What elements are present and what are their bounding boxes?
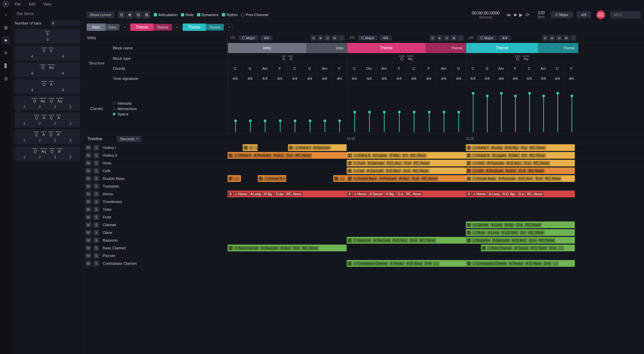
toggle-role[interactable]: Role	[181, 13, 194, 17]
tool-icon-1[interactable]: ▥	[118, 11, 125, 18]
track-name[interactable]: Viola	[103, 161, 146, 165]
mute-button[interactable]: M	[85, 214, 91, 220]
chord-cell[interactable]: Am	[494, 63, 508, 73]
add-block-button[interactable]: +	[121, 24, 128, 31]
track-name[interactable]: Tuba	[103, 207, 146, 211]
curve-point[interactable]	[317, 84, 332, 134]
curve-point[interactable]	[347, 84, 362, 134]
curve-point[interactable]	[258, 84, 273, 134]
solo-button[interactable]: S	[93, 199, 99, 204]
timesig-dropdown[interactable]: 4/4	[577, 11, 591, 18]
mute-button[interactable]: M	[85, 253, 91, 258]
track-lane[interactable]: 1♫…1♫ Violins IA Spiccato3♫ Violins IA L…	[228, 144, 644, 151]
legend-space[interactable]: Space	[113, 112, 137, 116]
stop-icon[interactable]: ■	[514, 12, 516, 17]
clip[interactable]: 2♫ Bass ClarinetA StaccatoR Acc.D pRC. N…	[228, 245, 347, 251]
timesig-cell[interactable]: 4/4	[436, 73, 451, 83]
menu-view[interactable]: View	[43, 2, 51, 6]
curve-point[interactable]	[523, 84, 537, 134]
add-block-button[interactable]: +	[226, 24, 233, 31]
track-lane[interactable]	[228, 183, 644, 190]
clip[interactable]: 4♫ ClarinetA LongR Bg.D pRC. None	[466, 221, 575, 228]
tool-icon-4[interactable]: ▦	[143, 11, 150, 18]
app-logo[interactable]	[3, 1, 9, 7]
curve-point[interactable]	[377, 84, 392, 134]
timesig-cell[interactable]: 4/4	[347, 73, 361, 83]
key-dropdown[interactable]: C Major	[551, 11, 573, 18]
chord-cell[interactable]: F	[391, 63, 406, 73]
mute-button[interactable]: M	[85, 222, 91, 227]
curve-point[interactable]	[466, 84, 480, 134]
section-key-dropdown[interactable]: C Major	[358, 35, 378, 41]
piano-icon[interactable]: ▥	[2, 74, 10, 83]
solo-button[interactable]: S	[93, 253, 99, 258]
bar-item-card[interactable]: QAQA2222	[15, 113, 80, 128]
block-name-cell[interactable]: ThemeTheme	[466, 43, 578, 53]
timesig-cell[interactable]: 4/4	[550, 73, 564, 83]
timesig-cell[interactable]: 4/4	[564, 73, 578, 83]
solo-button[interactable]: S	[93, 230, 99, 235]
chord-cell[interactable]: C	[466, 63, 480, 73]
mute-button[interactable]: M	[85, 238, 91, 243]
track-lane[interactable]: 3♫ HornsA LongR Bg.D ppRC. None3♫ HornsA…	[228, 190, 644, 198]
chart-icon[interactable]: ▊	[2, 62, 10, 70]
curve-point[interactable]	[332, 84, 347, 134]
menu-edit[interactable]: Edit	[29, 2, 35, 6]
sh-icon[interactable]: ▤	[556, 35, 562, 41]
track-name[interactable]: Violins I	[103, 146, 146, 150]
chord-cell[interactable]: Am	[257, 63, 272, 73]
curve-point[interactable]	[392, 84, 406, 134]
curve-point[interactable]	[550, 84, 564, 134]
clip[interactable]: 1♫ Violins IIA LegatoR Mel.D fRC. None	[466, 152, 575, 159]
clip[interactable]: 2♫ ViolaA SpiccatoR D. Acc.D mRC. None	[347, 160, 466, 166]
timesig-cell[interactable]: 4/4	[451, 73, 466, 83]
chord-cell[interactable]: F	[508, 63, 522, 73]
track-name[interactable]: Flute	[103, 215, 146, 219]
timesig-cell[interactable]: 4/4	[536, 73, 550, 83]
sh-icon[interactable]: ▤	[444, 35, 450, 41]
clip[interactable]: 1♫ Violins IIA LegatoR Mel.D fRC. None	[347, 152, 466, 159]
midi-panic-button[interactable]: MIDI PANIC	[596, 10, 605, 19]
clip[interactable]: 1♫…	[243, 144, 258, 151]
section-ts-dropdown[interactable]: 4/4	[260, 35, 272, 41]
section-key-dropdown[interactable]: C Major	[239, 35, 259, 41]
timesig-cell[interactable]: 4/4	[228, 73, 242, 83]
sh-icon[interactable]: ◉	[317, 35, 324, 41]
section-key-dropdown[interactable]: C Major	[477, 35, 497, 41]
track-lane[interactable]	[228, 206, 644, 213]
timesig-cell[interactable]: 4/4	[421, 73, 436, 83]
clip[interactable]: 2♫ Double BassA PizzicatoR D. Acc.D mRC.…	[466, 175, 575, 182]
structure-icon[interactable]: ♣	[2, 36, 10, 44]
mute-button[interactable]: M	[85, 191, 91, 197]
timesig-cell[interactable]: 4/4	[480, 73, 494, 83]
timesig-cell[interactable]: 4/4	[522, 73, 536, 83]
timesig-cell[interactable]: 4/4	[272, 73, 287, 83]
sh-icon[interactable]: ▦	[451, 35, 457, 41]
timesig-cell[interactable]: 4/4	[257, 73, 272, 83]
num-bars-input[interactable]	[50, 20, 80, 26]
clip[interactable]: 8♫ Double B…	[258, 175, 286, 182]
sh-icon[interactable]: ▥	[310, 35, 316, 41]
grid-icon[interactable]: ▦	[2, 23, 10, 32]
loop-icon[interactable]: ⟳	[526, 12, 530, 17]
curve-point[interactable]	[564, 84, 579, 134]
curve-point[interactable]	[302, 84, 317, 134]
timesig-cell[interactable]: 4/4	[391, 73, 406, 83]
mute-button[interactable]: M	[85, 153, 91, 158]
solo-button[interactable]: S	[93, 153, 99, 158]
track-lane[interactable]: 1♫ Violins IIA PizzicatoR Acc.D pRC. Non…	[228, 152, 644, 159]
block-name-cell[interactable]: ThemeTheme	[347, 43, 466, 53]
mute-button[interactable]: M	[85, 184, 91, 189]
curve-point[interactable]	[243, 84, 257, 134]
track-lane[interactable]: 2♫ ViolaA SpiccatoR D. Acc.D mRC. None2♫…	[228, 159, 644, 167]
clip[interactable]: 3♫ HornsA LongR D. Bg.D pRC. None	[466, 191, 575, 197]
curve-point[interactable]	[436, 84, 451, 134]
clip[interactable]: 3♫ Violins IA LongR D. Bg.D pRC. None	[466, 144, 575, 151]
toggle-articulation[interactable]: Articulation	[154, 13, 178, 17]
legend-momentum[interactable]: Momentum	[113, 107, 137, 111]
clip[interactable]: 2♫ ViolaA PizzicatoR D. Acc.D mRC. None	[466, 160, 575, 166]
curve-point[interactable]	[273, 84, 287, 134]
toggle-rythm[interactable]: Rythm	[222, 13, 238, 17]
bar-item-card[interactable]: QAq44	[15, 62, 80, 77]
sh-download-icon[interactable]: ↓	[570, 35, 576, 41]
